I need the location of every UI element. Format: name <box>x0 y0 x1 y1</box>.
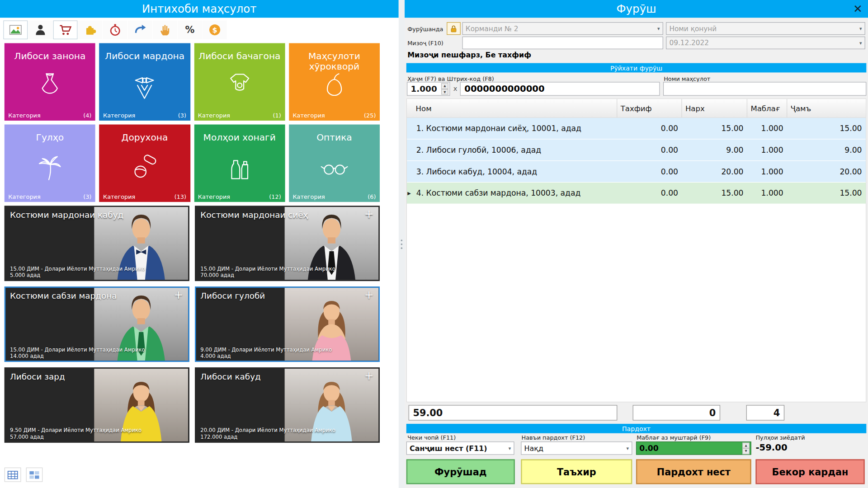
product-tile-libosi-zard[interactable]: Либоси зард 9.50 ДИМ - Долари Иёлоти Мут… <box>5 367 189 443</box>
product-tile-libosi-kabud[interactable]: Либоси кабуд + 20.00 ДИМ - Долари Иёлоти… <box>195 367 380 443</box>
product-tile-kostyumi-siyoh[interactable]: Костюми мардонаи сиёҳ + 15.00 ДИМ - Дола… <box>195 206 380 282</box>
toolbar-discount-button[interactable]: % <box>178 20 202 39</box>
spinner-down-icon[interactable]: ▼ <box>441 89 448 95</box>
toolbar-currency-button[interactable]: $ <box>203 20 227 39</box>
category-tile-optika[interactable]: Оптика Категория (6) <box>289 125 380 202</box>
multiply-sign: x <box>453 84 458 92</box>
category-name: Либоси бачагона <box>194 43 285 62</box>
spinner-up-icon[interactable]: ▲ <box>441 83 448 89</box>
payment-type-select[interactable]: Нақд ▾ <box>521 441 632 455</box>
sale-date-select[interactable]: 09.12.2022 ▾ <box>666 37 865 49</box>
category-tile-khurokvori[interactable]: Маҳсулоти хӯрокворӣ Категория (25) <box>289 43 380 121</box>
change-label: Пулҳои зиёдатӣ <box>755 434 805 441</box>
customer-amount-input[interactable] <box>639 444 742 453</box>
pear-icon <box>318 70 350 104</box>
toolbar-customer-button[interactable] <box>28 20 52 39</box>
client-input[interactable] <box>462 37 663 49</box>
category-name: Дорухона <box>99 125 190 144</box>
product-tile-libosi-gulobi[interactable]: Либоси гулобӣ + 9.00 ДИМ - Долари Иёлоти… <box>195 286 380 362</box>
plus-icon: + <box>364 369 374 382</box>
undo-arrow-icon <box>133 23 146 36</box>
product-stock: 14.000 адад <box>10 353 44 359</box>
payment-bar: Пардохт <box>406 424 867 433</box>
employee-select[interactable]: Корманди № 2 ▾ <box>462 22 663 35</box>
sale-panel-header: Фурӯш ✕ <box>405 0 868 18</box>
customer-amount-label: Маблағ аз муштарӣ (F9) <box>637 434 711 441</box>
category-tile-gulho[interactable]: Гулҳо Категория (3) <box>5 125 95 202</box>
hold-button[interactable]: Таъхир <box>521 459 632 484</box>
cancel-button[interactable]: Бекор кардан <box>755 459 864 484</box>
category-tile-dorukhona[interactable]: Дорухона Категория (13) <box>99 125 190 202</box>
no-payment-button[interactable]: Пардохт нест <box>636 459 751 484</box>
table-grid-icon <box>7 470 18 479</box>
percent-icon: % <box>185 24 195 35</box>
category-tile-bachagona[interactable]: Либоси бачагона Категория (1) <box>194 43 285 121</box>
sell-button[interactable]: Фурӯшад <box>406 459 515 484</box>
panel-splitter[interactable] <box>399 0 405 488</box>
product-price: 9.00 ДИМ - Долари Иёлоти Муттаҳидаи Амри… <box>200 347 332 352</box>
table-view-button[interactable] <box>5 468 21 482</box>
col-name: Ном <box>412 99 617 117</box>
product-stock: 5.000 адад <box>10 272 40 278</box>
product-name-label: Номи маҳсулот <box>664 75 710 82</box>
close-icon[interactable]: ✕ <box>853 2 863 16</box>
product-price: 9.50 ДИМ - Долари Иёлоти Муттаҳидаи Амри… <box>10 427 142 433</box>
pos-app: Интихоби маҳсулот <box>0 0 868 488</box>
product-tile-kostyumi-kabud[interactable]: Костюми мардонаи кабуд 15.00 ДИМ - Долар… <box>5 206 189 282</box>
spinner-up-icon[interactable]: ▲ <box>742 442 750 448</box>
category-name: Молҳои хонагӣ <box>194 125 285 144</box>
col-amount: Маблағ <box>747 99 787 117</box>
category-tile-khonagi[interactable]: Молҳои хонагӣ Категория (12) <box>194 125 285 202</box>
barcode-input[interactable] <box>460 82 660 96</box>
category-tile-mardona[interactable]: Либоси мардона Категория (3) <box>99 43 190 121</box>
col-total: Ҷамъ <box>787 99 866 117</box>
receipt-select[interactable]: Санҷиш нест (F11) ▾ <box>406 441 514 455</box>
product-name: Либоси гулобӣ <box>200 291 265 301</box>
product-selection-panel: Интихоби маҳсулот <box>0 0 399 488</box>
toolbar-timer-button[interactable] <box>103 20 127 39</box>
category-count: (12) <box>269 193 281 200</box>
customer-amount-field[interactable]: ▲ ▼ <box>636 441 751 455</box>
category-tile-zanona[interactable]: Либоси занона Категория (4) <box>5 43 95 121</box>
category-label: Категория <box>198 193 230 200</box>
category-label: Категория <box>103 193 135 200</box>
lock-button[interactable] <box>447 22 461 35</box>
dropdown-arrow-icon: ▾ <box>859 40 862 46</box>
toolbar-hold-button[interactable] <box>153 20 177 39</box>
tile-view-button[interactable] <box>26 468 43 482</box>
change-value: -59.00 <box>755 442 787 452</box>
product-tile-kostyumi-sabz[interactable]: Костюми сабзи мардона + 15.00 ДИМ - Дола… <box>5 286 189 362</box>
receipt-label: Чеки чопӣ (F11) <box>407 434 456 441</box>
table-row[interactable]: 3. Либоси кабуд, 10004, адад 0.00 20.00 … <box>407 161 866 182</box>
sum-total: 59.00 <box>409 405 618 420</box>
quantity-stepper[interactable]: 1.000 ▲ ▼ <box>407 82 450 96</box>
left-panel-title: Интихоби маҳсулот <box>142 2 257 15</box>
sales-table: Ном Тахфиф Нарх Маблағ Ҷамъ 1. Костюми м… <box>406 99 867 402</box>
suit-icon <box>129 70 161 104</box>
toolbar-return-button[interactable] <box>128 20 152 39</box>
sale-panel-title: Фурӯш <box>617 2 656 15</box>
table-row-selected[interactable]: ▶ 4. Костюми сабзи мардона, 10003, адад … <box>407 183 866 204</box>
palm-icon <box>34 151 66 186</box>
payment-type-label: Навъи пардохт (F12) <box>521 434 585 441</box>
product-name-input[interactable] <box>663 82 866 96</box>
table-row[interactable]: 2. Либоси гулобӣ, 10006, адад 0.00 9.00 … <box>407 140 866 161</box>
glasses-icon <box>318 151 350 186</box>
table-row[interactable]: 1. Костюми мардонаи сиёҳ, 10001, адад 0.… <box>407 118 866 139</box>
toolbar-addon-button[interactable] <box>78 20 103 39</box>
amount-spinner: ▲ ▼ <box>742 442 750 454</box>
product-name: Костюми сабзи мардона <box>10 291 117 301</box>
product-name: Либоси зард <box>10 372 65 382</box>
col-price: Нарх <box>682 99 747 117</box>
sales-list-bar: Рӯйхати фурӯш <box>406 63 867 73</box>
toolbar-cart-button[interactable] <box>53 20 78 39</box>
product-stock: 172.000 адад <box>200 434 237 440</box>
seller-label: Фурӯшанда <box>407 25 443 32</box>
category-count: (4) <box>83 112 91 118</box>
legal-name-select[interactable]: Номи қонунӣ ▾ <box>666 22 865 35</box>
product-price: 15.00 ДИМ - Долари Иёлоти Муттаҳидаи Амр… <box>10 266 145 272</box>
toolbar-images-button[interactable] <box>3 20 28 39</box>
category-name: Маҳсулоти хӯрокворӣ <box>289 43 380 73</box>
row-marker-icon: ▶ <box>407 183 412 204</box>
spinner-down-icon[interactable]: ▼ <box>742 448 750 454</box>
